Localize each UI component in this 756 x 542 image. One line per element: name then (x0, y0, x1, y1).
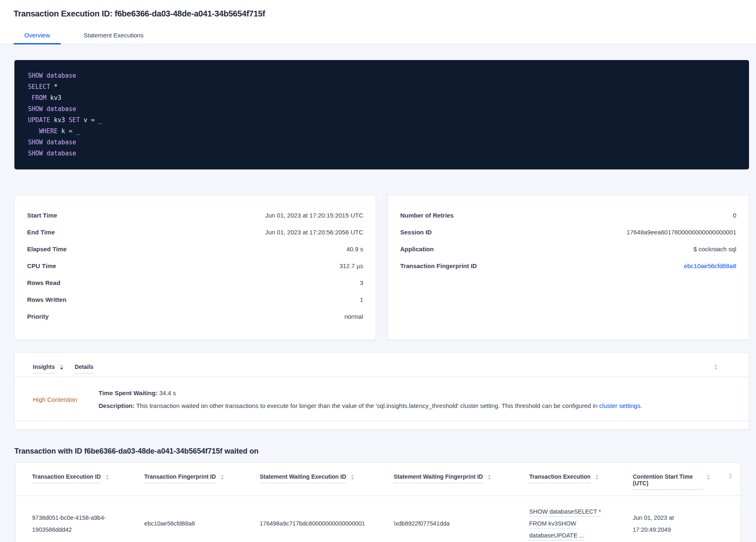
insight-type-badge: High Contention (33, 396, 99, 403)
summary-cards-row: Start TimeJun 01, 2023 at 17:20:15:2015 … (14, 195, 749, 340)
execution-stats-card: Start TimeJun 01, 2023 at 17:20:15:2015 … (14, 195, 376, 340)
stat-row-session-id: Session ID17648a9eea60178000000000000000… (400, 229, 736, 236)
stat-label: Rows Read (27, 279, 60, 286)
stat-value: 1 (360, 296, 363, 303)
column-header-statement-waiting-execution-id[interactable]: Statement Waiting Execution ID (260, 473, 394, 490)
sql-code-line: SELECT * (28, 81, 735, 93)
sort-icon-statement-waiting-fingerprint-id[interactable] (488, 475, 491, 480)
cell-statement-waiting-fingerprint-id: \xdb8922f077541dda (394, 518, 529, 530)
column-header-insights[interactable]: Insights (33, 364, 55, 373)
stat-label: Priority (27, 313, 49, 320)
description-label: Description: (99, 402, 135, 409)
stat-row-rows-read: Rows Read3 (27, 279, 363, 286)
stat-row-elapsed-time: Elapsed Time40.9 s (27, 246, 363, 252)
column-header-label: Contention Start Time (UTC) (633, 473, 702, 490)
waited-on-heading: Transaction with ID f6be6366-da03-48de-a… (14, 447, 756, 456)
stat-label: Session ID (400, 229, 432, 236)
insight-row: High Contention Time Spent Waiting: 34.4… (15, 377, 749, 421)
page-header: Transaction Execution ID: f6be6366-da03-… (0, 0, 756, 44)
insights-table: Insights Details High Contention Time Sp… (14, 352, 749, 430)
column-header-statement-waiting-fingerprint-id[interactable]: Statement Waiting Fingerprint ID (394, 473, 529, 490)
stat-label: Number of Retries (400, 212, 454, 219)
sort-icon-transaction-execution[interactable] (595, 475, 599, 480)
stat-row-application: Application$ cockroach sql (400, 246, 736, 252)
stat-value: 17648a9eea6017800000000000000001 (627, 229, 736, 236)
column-header-label: Statement Waiting Execution ID (260, 473, 346, 483)
cell-transaction-execution: SHOW databaseSELECT * FROM kv3SHOW datab… (529, 506, 633, 542)
waited-on-header-row: Transaction Execution IDTransaction Fing… (16, 463, 740, 496)
stat-value: Jun 01, 2023 at 17:20:56:2056 UTC (265, 229, 363, 236)
tab-statement-executions-label: Statement Executions (84, 32, 144, 39)
stat-value: $ cockroach sql (694, 246, 736, 252)
stat-row-cpu-time: CPU Time312.7 µs (27, 262, 363, 269)
tab-bar: Overview Statement Executions (14, 29, 742, 44)
stat-label: Application (400, 246, 434, 252)
column-header-contention-start-time-utc[interactable]: Contention Start Time (UTC) (633, 473, 717, 490)
sort-icon-insights[interactable] (60, 364, 63, 370)
sort-icon-contention-start-time-utc[interactable] (707, 475, 710, 480)
stat-row-number-of-retries: Number of Retries0 (400, 212, 736, 219)
waited-on-table: Transaction Execution IDTransaction Fing… (15, 462, 741, 542)
cluster-settings-link[interactable]: cluster settings (599, 402, 640, 409)
session-stats-card: Number of Retries0Session ID17648a9eea60… (387, 195, 749, 340)
insight-description: Description: This transaction waited on … (99, 401, 731, 410)
tab-statement-executions[interactable]: Statement Executions (73, 29, 154, 44)
stat-label: Transaction Fingerprint ID (400, 262, 477, 269)
transaction-execution-link[interactable]: SHOW databaseSELECT * FROM kv3SHOW datab… (529, 506, 611, 542)
main-content: SHOW databaseSELECT * FROM kv3SHOW datab… (0, 44, 756, 542)
stat-value: 312.7 µs (339, 262, 363, 269)
column-header-label: Transaction Execution ID (32, 473, 101, 483)
stat-label: Rows Written (27, 296, 67, 303)
sql-code-line: WHERE k = _ (28, 126, 735, 137)
column-header-transaction-execution-id[interactable]: Transaction Execution ID (32, 473, 144, 490)
stat-value: 0 (733, 212, 736, 219)
insights-table-header: Insights Details (15, 353, 749, 377)
cell-transaction-execution-id: 9738d051-bc0e-4158-a9b4-1903586ddd42 (32, 512, 120, 536)
stat-label: End Time (27, 229, 55, 236)
sql-code-line: UPDATE kv3 SET v = _ (28, 115, 735, 126)
waited-on-data-row: 9738d051-bc0e-4158-a9b4-1903586ddd42ebc1… (16, 496, 740, 542)
transaction-fingerprint-id-link[interactable]: ebc10ae56cfd88a8 (684, 262, 736, 269)
tab-overview-label: Overview (24, 32, 50, 39)
column-header-label: Statement Waiting Fingerprint ID (394, 473, 483, 483)
sql-statements-box: SHOW databaseSELECT * FROM kv3SHOW datab… (14, 60, 749, 169)
description-text: This transaction waited on other transac… (135, 402, 599, 409)
insights-table-footer (15, 421, 749, 429)
stat-row-start-time: Start TimeJun 01, 2023 at 17:20:15:2015 … (27, 212, 363, 219)
description-suffix: . (640, 402, 642, 409)
time-spent-waiting: Time Spent Waiting: 34.4 s (99, 389, 731, 397)
sort-icon-right[interactable] (729, 473, 732, 490)
sql-code-line: SHOW database (28, 70, 735, 81)
column-header-transaction-execution[interactable]: Transaction Execution (529, 473, 633, 490)
stat-label: Start Time (27, 212, 57, 219)
stat-row-priority: Prioritynormal (27, 313, 363, 320)
stat-row-end-time: End TimeJun 01, 2023 at 17:20:56:2056 UT… (27, 229, 363, 236)
tab-overview[interactable]: Overview (14, 29, 61, 44)
time-spent-waiting-value: 34.4 s (157, 389, 176, 396)
column-header-label: Transaction Execution (529, 473, 590, 483)
stat-value: normal (344, 313, 363, 320)
sql-code-line: SHOW database (28, 148, 735, 159)
sort-icon-statement-waiting-execution-id[interactable] (351, 475, 354, 480)
column-header-transaction-fingerprint-id[interactable]: Transaction Fingerprint ID (144, 473, 260, 490)
stat-row-rows-written: Rows Written1 (27, 296, 363, 303)
sort-icon-transaction-execution-id[interactable] (106, 475, 109, 480)
cell-statement-waiting-execution-id: 176498a9c717bdc80000000000000001 (260, 518, 394, 530)
stat-value: 3 (360, 279, 363, 286)
page-title: Transaction Execution ID: f6be6366-da03-… (14, 9, 742, 19)
cell-contention-start-time: Jun 01, 2023 at 17:20:49:2049 (633, 512, 717, 536)
sql-code-line: SHOW database (28, 104, 735, 115)
stat-label: Elapsed Time (27, 246, 67, 252)
stat-value: Jun 01, 2023 at 17:20:15:2015 UTC (265, 212, 363, 219)
sql-code-line: SHOW database (28, 137, 735, 148)
time-spent-waiting-label: Time Spent Waiting: (99, 389, 157, 396)
stat-row-transaction-fingerprint-id: Transaction Fingerprint IDebc10ae56cfd88… (400, 262, 736, 269)
sort-icon-right[interactable] (714, 364, 717, 370)
stat-label: CPU Time (27, 262, 56, 269)
sql-code-line: FROM kv3 (28, 93, 735, 104)
column-header-label: Transaction Fingerprint ID (144, 473, 216, 483)
header-spacer (717, 473, 732, 490)
column-header-details: Details (75, 364, 94, 373)
sort-icon-transaction-fingerprint-id[interactable] (221, 475, 224, 480)
cell-transaction-fingerprint-id: ebc10ae56cfd88a8 (144, 518, 260, 530)
